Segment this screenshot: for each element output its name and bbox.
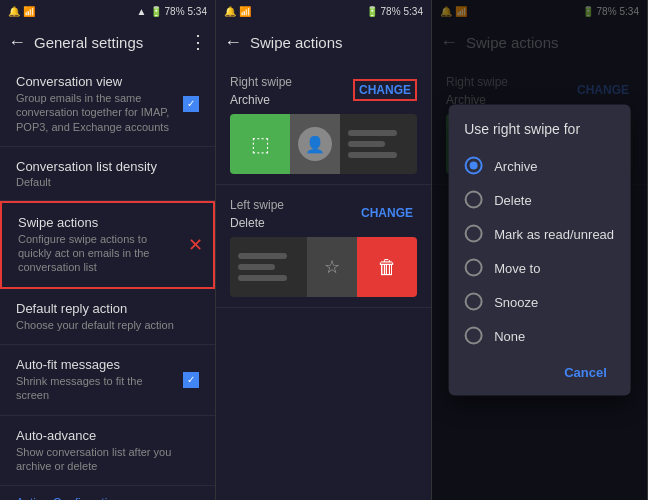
action-confirmations-section: Action Confirmations bbox=[0, 486, 215, 500]
autofit-checkbox[interactable] bbox=[183, 372, 199, 388]
settings-item-density[interactable]: Conversation list density Default bbox=[0, 147, 215, 201]
panel-swipe-actions: 🔔 📶 🔋 78% 5:34 ← Swipe actions Right swi… bbox=[216, 0, 432, 500]
option-none-label: None bbox=[494, 328, 525, 343]
signal-icon: 📶 bbox=[23, 6, 35, 17]
panel-general-settings: 🔔 📶 ▲ 🔋 78% 5:34 ← General settings ⋮ Co… bbox=[0, 0, 216, 500]
time-display-2: 5:34 bbox=[404, 6, 423, 17]
line-2 bbox=[348, 141, 385, 147]
signal-bars: ▲ bbox=[137, 6, 147, 17]
reply-action-subtitle: Choose your default reply action bbox=[16, 318, 199, 332]
option-move-to-label: Move to bbox=[494, 260, 540, 275]
dialog-title: Use right swipe for bbox=[448, 121, 631, 149]
left-swipe-preview: 🗑 ☆ bbox=[230, 237, 417, 297]
dialog-cancel-button[interactable]: Cancel bbox=[556, 361, 615, 384]
dialog-footer: Cancel bbox=[448, 353, 631, 388]
swipe-actions-title: Swipe actions bbox=[250, 34, 423, 51]
settings-list: Conversation view Group emails in the sa… bbox=[0, 62, 215, 500]
radio-none[interactable] bbox=[464, 327, 482, 345]
settings-item-reply-action[interactable]: Default reply action Choose your default… bbox=[0, 289, 215, 345]
auto-advance-title: Auto-advance bbox=[16, 428, 199, 443]
line-1 bbox=[348, 130, 397, 136]
option-archive-label: Archive bbox=[494, 158, 537, 173]
left-swipe-delete-indicator: 🗑 bbox=[357, 237, 417, 297]
swipe-actions-subtitle: Configure swipe actions to quickly act o… bbox=[18, 232, 177, 275]
preview-content-left bbox=[230, 237, 307, 297]
line-l1 bbox=[238, 253, 287, 259]
dialog-option-mark-read[interactable]: Mark as read/unread bbox=[448, 217, 631, 251]
general-settings-title: General settings bbox=[34, 34, 181, 51]
status-left-icons: 🔔 📶 bbox=[8, 6, 35, 17]
preview-star-area: ☆ bbox=[307, 237, 357, 297]
preview-avatar: 👤 bbox=[298, 127, 332, 161]
left-swipe-change-btn[interactable]: CHANGE bbox=[357, 204, 417, 222]
delete-icon: 🗑 bbox=[377, 256, 397, 279]
preview-avatar-area: 👤 bbox=[290, 114, 340, 174]
person-icon: 👤 bbox=[305, 135, 325, 154]
time-display: 5:34 bbox=[188, 6, 207, 17]
line-l2 bbox=[238, 264, 275, 270]
panel-swipe-dialog: 🔔 📶 🔋 78% 5:34 ← Swipe actions Right swi… bbox=[432, 0, 648, 500]
dialog-option-none[interactable]: None bbox=[448, 319, 631, 353]
radio-archive[interactable] bbox=[464, 157, 482, 175]
option-delete-label: Delete bbox=[494, 192, 532, 207]
radio-snooze[interactable] bbox=[464, 293, 482, 311]
left-swipe-label-area: Left swipe Delete bbox=[230, 195, 284, 231]
settings-item-auto-advance[interactable]: Auto-advance Show conversation list afte… bbox=[0, 416, 215, 487]
right-swipe-archive-indicator: ⬚ bbox=[230, 114, 290, 174]
dialog-option-delete[interactable]: Delete bbox=[448, 183, 631, 217]
radio-move-to[interactable] bbox=[464, 259, 482, 277]
signal-icon-2: 📶 bbox=[239, 6, 251, 17]
conversation-view-subtitle: Group emails in the same conversation to… bbox=[16, 91, 171, 134]
status-right-icons: ▲ 🔋 78% 5:34 bbox=[137, 6, 207, 17]
option-snooze-label: Snooze bbox=[494, 294, 538, 309]
option-mark-read-label: Mark as read/unread bbox=[494, 226, 614, 241]
density-title: Conversation list density bbox=[16, 159, 199, 174]
right-swipe-label: Right swipe Archive bbox=[230, 72, 292, 108]
battery-icon-2: 🔋 bbox=[366, 6, 378, 17]
star-icon: ☆ bbox=[324, 256, 340, 278]
back-arrow-icon[interactable]: ← bbox=[8, 32, 26, 53]
reply-action-title: Default reply action bbox=[16, 301, 199, 316]
menu-dots-icon[interactable]: ⋮ bbox=[189, 31, 207, 53]
status-right-2: 🔋 78% 5:34 bbox=[366, 6, 423, 17]
density-value: Default bbox=[16, 176, 199, 188]
dialog-option-move-to[interactable]: Move to bbox=[448, 251, 631, 285]
left-swipe-section: Left swipe Delete CHANGE 🗑 ☆ bbox=[216, 185, 431, 308]
conversation-view-checkbox[interactable] bbox=[183, 96, 199, 112]
line-3 bbox=[348, 152, 397, 158]
radio-mark-read[interactable] bbox=[464, 225, 482, 243]
right-swipe-header: Right swipe Archive CHANGE bbox=[230, 72, 417, 108]
preview-content bbox=[340, 114, 417, 174]
autofit-subtitle: Shrink messages to fit the screen bbox=[16, 374, 171, 403]
close-swipe-icon: ✕ bbox=[188, 234, 203, 256]
right-swipe-preview: ⬚ 👤 bbox=[230, 114, 417, 174]
settings-item-autofit[interactable]: Auto-fit messages Shrink messages to fit… bbox=[0, 345, 215, 416]
alarm-icon-2: 🔔 bbox=[224, 6, 236, 17]
right-swipe-dialog: Use right swipe for Archive Delete Mark … bbox=[448, 105, 631, 396]
battery-percent: 78% bbox=[165, 6, 185, 17]
right-swipe-change-btn[interactable]: CHANGE bbox=[353, 79, 417, 101]
settings-item-conversation-view[interactable]: Conversation view Group emails in the sa… bbox=[0, 62, 215, 147]
dialog-option-archive[interactable]: Archive bbox=[448, 149, 631, 183]
status-bar-2: 🔔 📶 🔋 78% 5:34 bbox=[216, 0, 431, 22]
autofit-title: Auto-fit messages bbox=[16, 357, 171, 372]
battery-percent-2: 78% bbox=[381, 6, 401, 17]
battery-icon: 🔋 bbox=[150, 6, 162, 17]
swipe-actions-title: Swipe actions bbox=[18, 215, 177, 230]
line-l3 bbox=[238, 275, 287, 281]
right-swipe-section: Right swipe Archive CHANGE ⬚ 👤 bbox=[216, 62, 431, 185]
auto-advance-subtitle: Show conversation list after you archive… bbox=[16, 445, 199, 474]
settings-item-swipe-actions[interactable]: Swipe actions Configure swipe actions to… bbox=[0, 201, 215, 289]
dialog-option-snooze[interactable]: Snooze bbox=[448, 285, 631, 319]
general-settings-header: ← General settings ⋮ bbox=[0, 22, 215, 62]
archive-icon: ⬚ bbox=[251, 132, 270, 156]
left-swipe-header: Left swipe Delete CHANGE bbox=[230, 195, 417, 231]
swipe-actions-header: ← Swipe actions bbox=[216, 22, 431, 62]
back-arrow-icon-2[interactable]: ← bbox=[224, 32, 242, 53]
status-bar-1: 🔔 📶 ▲ 🔋 78% 5:34 bbox=[0, 0, 215, 22]
conversation-view-title: Conversation view bbox=[16, 74, 171, 89]
radio-delete[interactable] bbox=[464, 191, 482, 209]
alarm-icon: 🔔 bbox=[8, 6, 20, 17]
status-left-2: 🔔 📶 bbox=[224, 6, 251, 17]
